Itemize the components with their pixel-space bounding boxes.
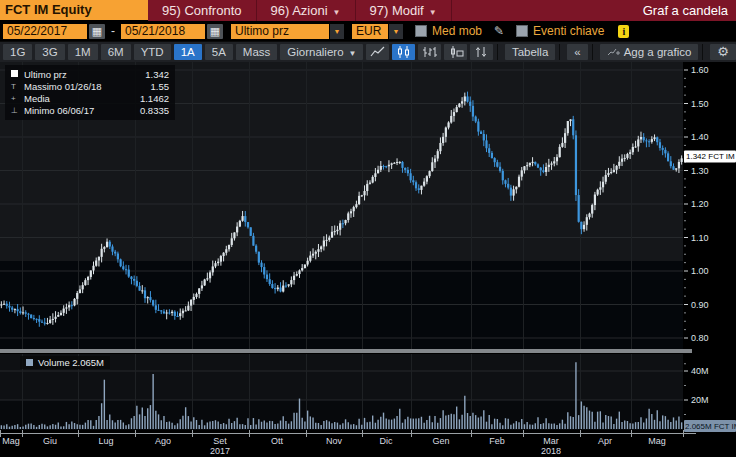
svg-text:Mar: Mar <box>543 436 559 446</box>
page-title: Graf a candela <box>643 3 736 18</box>
svg-text:Lug: Lug <box>98 436 113 446</box>
price-field-dropdown-button[interactable]: ▼ <box>330 24 344 39</box>
svg-text:0.90: 0.90 <box>691 300 709 310</box>
svg-text:1.40: 1.40 <box>691 132 709 142</box>
svg-text:Feb: Feb <box>489 436 505 446</box>
med-mob-label: Med mob <box>432 24 482 38</box>
mini-chart-icon <box>607 47 620 57</box>
svg-text:1.30: 1.30 <box>691 166 709 176</box>
svg-text:Set: Set <box>213 436 227 446</box>
svg-text:1.20: 1.20 <box>691 199 709 209</box>
ohlc-bars-icon[interactable] <box>418 44 441 60</box>
volume-color-swatch <box>26 359 33 366</box>
date-range-separator: - <box>111 24 115 38</box>
chart-toolbar: 1G 3G 1M 6M YTD 1A 5A Mass Giornaliero▼ … <box>0 41 736 62</box>
info-badge-icon[interactable]: i <box>618 25 629 38</box>
chevron-down-icon: ▼ <box>393 28 400 35</box>
svg-text:1.50: 1.50 <box>691 99 709 109</box>
svg-text:1.00: 1.00 <box>691 266 709 276</box>
menu-bar: 95) Confronto 96) Azioni▼ 97) Modif▼ Gra… <box>148 0 736 21</box>
legend-row-minimo: ⊥ Minimo 06/06/170.8335 <box>11 104 169 116</box>
svg-text:1.10: 1.10 <box>691 233 709 243</box>
currency-select[interactable]: EUR <box>352 24 388 39</box>
eventi-chiave-label: Eventi chiave <box>533 24 604 38</box>
chevron-down-icon: ▼ <box>334 28 341 35</box>
candle-volume-icon[interactable] <box>444 44 467 60</box>
svg-text:Giu: Giu <box>43 436 57 446</box>
med-mob-checkbox[interactable] <box>415 25 427 37</box>
chevron-down-icon: ▼ <box>333 8 341 17</box>
eventi-chiave-checkbox[interactable] <box>516 25 528 37</box>
gear-icon[interactable]: ⚙ <box>710 44 736 60</box>
high-marker-icon: T <box>11 82 24 91</box>
svg-text:0.80: 0.80 <box>691 333 709 343</box>
menu-modif[interactable]: 97) Modif▼ <box>356 0 452 21</box>
mean-marker-icon: + <box>11 94 24 103</box>
period-button-3g[interactable]: 3G <box>35 44 64 60</box>
line-chart-icon[interactable] <box>366 44 389 60</box>
period-button-1m[interactable]: 1M <box>68 44 98 60</box>
svg-text:Apr: Apr <box>598 436 612 446</box>
period-button-ytd[interactable]: YTD <box>134 44 171 60</box>
candlestick-chart-icon[interactable] <box>392 44 415 60</box>
period-button-1g[interactable]: 1G <box>3 44 32 60</box>
currency-dropdown-button[interactable]: ▼ <box>389 24 403 39</box>
svg-text:Mag: Mag <box>2 436 20 446</box>
period-button-5a[interactable]: 5A <box>205 44 233 60</box>
chevron-down-icon: ▼ <box>429 8 437 17</box>
security-ticker-field[interactable]: FCT IM Equity <box>0 0 148 20</box>
collapse-panel-button[interactable]: « <box>567 44 587 60</box>
legend-row-ultimo: Ultimo prz1.342 <box>11 68 169 80</box>
svg-text:Dic: Dic <box>380 436 393 446</box>
price-legend[interactable]: Ultimo prz1.342 T Massimo 01/26/181.55 +… <box>5 65 175 120</box>
svg-text:2.065M FCT IM: 2.065M FCT IM <box>685 422 736 431</box>
svg-text:1.60: 1.60 <box>691 65 709 75</box>
compare-arrows-icon[interactable] <box>470 44 493 60</box>
chevron-down-icon: ▼ <box>349 49 357 58</box>
start-date-input[interactable]: 05/22/2017 <box>3 24 87 39</box>
calendar-icon[interactable]: ▦ <box>207 24 223 39</box>
svg-text:Ott: Ott <box>271 436 284 446</box>
low-marker-icon: ⊥ <box>11 106 24 115</box>
period-button-6m[interactable]: 6M <box>101 44 131 60</box>
candle-color-swatch <box>11 70 24 79</box>
period-button-1a-selected[interactable]: 1A <box>174 44 202 60</box>
pencil-icon[interactable]: ✎ <box>494 24 504 38</box>
legend-row-media: + Media1.1462 <box>11 92 169 104</box>
volume-legend[interactable]: Volume 2.065M <box>20 356 110 369</box>
title-bar: FCT IM Equity 95) Confronto 96) Azioni▼ … <box>0 0 736 21</box>
query-controls: 05/22/2017 ▦ - 05/21/2018 ▦ Ultimo prz ▼… <box>0 21 736 41</box>
svg-text:Nov: Nov <box>326 436 343 446</box>
menu-confronto[interactable]: 95) Confronto <box>148 0 257 21</box>
svg-text:40M: 40M <box>691 366 709 376</box>
period-button-mass[interactable]: Mass <box>236 44 277 60</box>
tabella-button[interactable]: Tabella <box>505 44 555 60</box>
agg-a-grafico-button[interactable]: Agg a grafico <box>600 44 699 60</box>
panel-divider[interactable] <box>0 349 692 353</box>
legend-row-massimo: T Massimo 01/26/181.55 <box>11 80 169 92</box>
bloomberg-terminal-window: FCT IM Equity 95) Confronto 96) Azioni▼ … <box>0 0 736 457</box>
svg-text:2017: 2017 <box>210 446 230 456</box>
price-field-select[interactable]: Ultimo prz <box>231 24 329 39</box>
svg-text:20M: 20M <box>691 395 709 405</box>
chart-canvas[interactable]: 1.601.501.401.301.201.101.000.900.8040M2… <box>0 62 736 457</box>
svg-text:Ago: Ago <box>155 436 171 446</box>
svg-text:Gen: Gen <box>432 436 449 446</box>
frequency-select[interactable]: Giornaliero▼ <box>280 44 363 60</box>
svg-text:2018: 2018 <box>541 446 561 456</box>
end-date-input[interactable]: 05/21/2018 <box>121 24 205 39</box>
svg-text:Mag: Mag <box>648 436 666 446</box>
calendar-icon[interactable]: ▦ <box>89 24 105 39</box>
svg-text:1.342 FCT IM: 1.342 FCT IM <box>686 152 735 161</box>
menu-azioni[interactable]: 96) Azioni▼ <box>257 0 356 21</box>
